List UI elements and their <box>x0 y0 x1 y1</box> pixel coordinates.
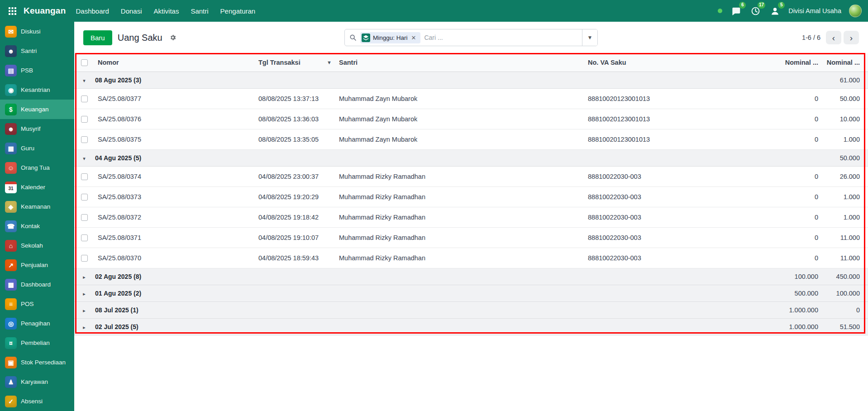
cell-santri: Muhammad Zayn Mubarok <box>335 129 584 149</box>
cell-va-saku: 88810022030-003 <box>584 248 779 268</box>
group-row-08-jul-2025-1-[interactable]: ▸08 Jul 2025 (1)1.000.0000 <box>74 301 868 318</box>
group-expand-icon[interactable]: ▸ <box>83 308 86 313</box>
app-brand[interactable]: Keuangan <box>24 6 66 16</box>
user-avatar[interactable] <box>849 5 862 17</box>
sidebar-item-pos[interactable]: ≡POS <box>0 294 74 314</box>
record-row[interactable]: SA/25.08/037708/08/2025 13:37:13Muhammad… <box>74 88 868 109</box>
record-row[interactable]: SA/25.08/037104/08/2025 19:10:07Muhammad… <box>74 227 868 248</box>
cell-nominal-1: 0 <box>779 207 822 227</box>
group-expand-icon[interactable]: ▸ <box>83 274 86 280</box>
search-dropdown-toggle[interactable]: ▼ <box>582 29 597 46</box>
group-row-04-agu-2025-5-[interactable]: ▾04 Agu 2025 (5)50.000 <box>74 149 868 166</box>
sidebar-item-dashboard[interactable]: ▩Dashboard <box>0 275 74 294</box>
row-checkbox[interactable] <box>81 136 88 143</box>
column-header-va-saku[interactable]: No. VA Saku <box>584 53 779 72</box>
sidebar-item-santri[interactable]: ☻Santri <box>0 41 74 61</box>
pager-previous-button[interactable]: ‹ <box>826 31 841 44</box>
employees-icon: ♟ <box>5 376 17 388</box>
column-header-nominal-2[interactable]: Nominal ... <box>822 53 868 72</box>
row-checkbox[interactable] <box>81 234 88 241</box>
student-icon: ☻ <box>5 45 17 57</box>
sidebar-item-kontak[interactable]: ☎Kontak <box>0 216 74 236</box>
group-row-02-agu-2025-8-[interactable]: ▸02 Agu 2025 (8)100.000450.000 <box>74 268 868 285</box>
row-checkbox[interactable] <box>81 214 88 221</box>
cell-santri: Muhammad Rizky Ramadhan <box>335 186 584 207</box>
facet-label: Minggu: Hari <box>373 34 408 41</box>
activities-badge: 17 <box>758 2 765 9</box>
row-checkbox[interactable] <box>81 255 88 262</box>
row-checkbox[interactable] <box>81 116 88 123</box>
sidebar-item-psb[interactable]: ▤PSB <box>0 61 74 80</box>
record-row[interactable]: SA/25.08/037404/08/2025 23:00:37Muhammad… <box>74 166 868 186</box>
group-collapse-icon[interactable]: ▾ <box>83 156 86 161</box>
approvals-badge: 5 <box>778 2 785 9</box>
sidebar-item-karyawan[interactable]: ♟Karyawan <box>0 372 74 392</box>
search-input[interactable] <box>424 34 582 41</box>
group-row-08-agu-2025-3-[interactable]: ▾08 Agu 2025 (3)61.000 <box>74 72 868 88</box>
group-row-01-agu-2025-2-[interactable]: ▸01 Agu 2025 (2)500.000100.000 <box>74 285 868 301</box>
sidebar-item-stok-persediaan[interactable]: ▣Stok Persediaan <box>0 353 74 372</box>
topbar-menu: DashboardDonasiAktivitasSantriPengaturan <box>76 7 255 15</box>
sidebar-item-kalender[interactable]: 31Kalender <box>0 177 74 197</box>
cell-va-saku: 88810022030-003 <box>584 186 779 207</box>
group-expand-icon[interactable]: ▸ <box>83 325 86 330</box>
group-row-02-jul-2025-5-[interactable]: ▸02 Jul 2025 (5)1.000.00051.500 <box>74 318 868 335</box>
menu-item-aktivitas[interactable]: Aktivitas <box>154 7 179 15</box>
group-expand-icon[interactable]: ▸ <box>83 291 86 296</box>
cell-va-saku: 88810022030-003 <box>584 166 779 186</box>
row-checkbox[interactable] <box>81 96 88 102</box>
group-sum-nominal-1: 500.000 <box>779 285 822 301</box>
record-row[interactable]: SA/25.08/037304/08/2025 19:20:29Muhammad… <box>74 186 868 207</box>
dashboard-icon: ▩ <box>5 279 17 291</box>
records-table: Nomor Tgl Transaksi▼ Santri No. VA Saku … <box>74 53 868 335</box>
contacts-icon: ☎ <box>5 220 17 232</box>
sidebar-item-guru[interactable]: ▦Guru <box>0 139 74 158</box>
menu-item-pengaturan[interactable]: Pengaturan <box>220 7 256 15</box>
column-header-nominal-1[interactable]: Nominal ... <box>779 53 822 72</box>
list-view: Nomor Tgl Transaksi▼ Santri No. VA Saku … <box>74 53 868 411</box>
row-checkbox[interactable] <box>81 194 88 201</box>
column-header-nomor[interactable]: Nomor <box>94 53 255 72</box>
messages-icon[interactable]: 6 <box>730 5 742 17</box>
new-record-button[interactable]: Baru <box>83 30 112 45</box>
record-row[interactable]: SA/25.08/037204/08/2025 19:18:42Muhammad… <box>74 207 868 227</box>
cell-nomor: SA/25.08/0373 <box>94 186 255 207</box>
cell-nominal-2: 1.000 <box>822 186 868 207</box>
pager-next-button[interactable]: › <box>844 31 859 44</box>
row-checkbox[interactable] <box>81 173 88 180</box>
sidebar-item-orang-tua[interactable]: ☺Orang Tua <box>0 158 74 177</box>
select-all-checkbox[interactable] <box>81 59 88 66</box>
gear-icon[interactable] <box>168 33 178 43</box>
group-label: 02 Jul 2025 (5) <box>94 318 779 335</box>
record-row[interactable]: SA/25.08/037004/08/2025 18:59:43Muhammad… <box>74 248 868 268</box>
sidebar-item-absensi[interactable]: ✓Absensi <box>0 392 74 411</box>
sidebar-item-sekolah[interactable]: ⌂Sekolah <box>0 236 74 255</box>
current-user-name[interactable]: Divisi Amal Usaha <box>788 7 841 14</box>
column-header-santri[interactable]: Santri <box>335 53 584 72</box>
activities-clock-icon[interactable]: 17 <box>749 5 761 17</box>
chat-icon: ✉ <box>5 26 17 38</box>
group-collapse-icon[interactable]: ▾ <box>83 78 86 83</box>
menu-item-dashboard[interactable]: Dashboard <box>76 7 109 15</box>
menu-item-santri[interactable]: Santri <box>191 7 208 15</box>
column-header-tgl-transaksi[interactable]: Tgl Transaksi▼ <box>255 53 335 72</box>
messages-badge: 6 <box>739 2 746 9</box>
sidebar-item-penjualan[interactable]: ↗Penjualan <box>0 255 74 275</box>
sidebar-item-pembelian[interactable]: ¤Pembelian <box>0 333 74 353</box>
menu-item-donasi[interactable]: Donasi <box>121 7 142 15</box>
sidebar-item-keamanan[interactable]: ◈Keamanan <box>0 197 74 216</box>
sidebar-item-kesantrian[interactable]: ◉Kesantrian <box>0 80 74 100</box>
sidebar-item-keuangan[interactable]: $Keuangan <box>0 100 74 119</box>
approvals-user-icon[interactable]: 5 <box>769 5 781 17</box>
apps-grid-icon[interactable] <box>5 3 20 19</box>
record-row[interactable]: SA/25.08/037508/08/2025 13:35:05Muhammad… <box>74 129 868 149</box>
sidebar-item-label: Kalender <box>21 184 45 191</box>
record-row[interactable]: SA/25.08/037608/08/2025 13:36:03Muhammad… <box>74 109 868 129</box>
sidebar-item-penagihan[interactable]: ◎Penagihan <box>0 314 74 333</box>
control-panel-right: 1-6 / 6 ‹ › <box>603 31 859 44</box>
sidebar-item-diskusi[interactable]: ✉Diskusi <box>0 22 74 41</box>
cell-santri: Muhammad Rizky Ramadhan <box>335 248 584 268</box>
sidebar-item-musyrif[interactable]: ☻Musyrif <box>0 119 74 139</box>
search-facet[interactable]: Minggu: Hari ✕ <box>360 32 420 43</box>
facet-remove-icon[interactable]: ✕ <box>410 34 417 41</box>
